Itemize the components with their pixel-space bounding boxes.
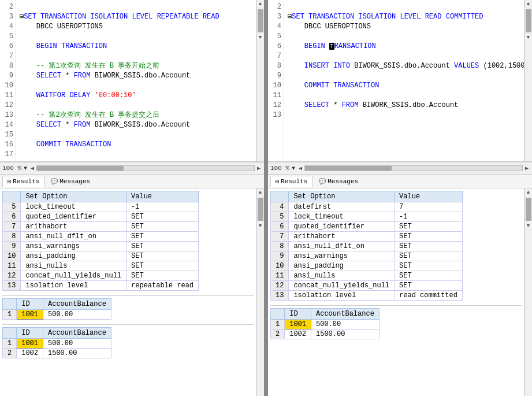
left-line-numbers: 2 3 4 5 6 7 8 9 10 11 12 13 14 15 16 17: [0, 0, 16, 161]
option-name: isolation level: [289, 291, 395, 301]
right-hscroll-thumb[interactable]: [305, 166, 392, 171]
right-hscroll-left[interactable]: ◀: [297, 165, 303, 172]
table-row: 13isolation levelrepeatable read: [3, 281, 199, 291]
option-value: SET: [127, 212, 199, 222]
row-num: 12: [271, 281, 289, 291]
right-pane: 2 3 4 5 6 7 8 9 10 11 12 13 ⊟SET TRANSAC…: [268, 0, 532, 396]
table-row: 2 1002 1500.00: [3, 349, 111, 358]
right-dt1-bal-header: AccountBalance: [311, 309, 380, 320]
left-code-vscroll-down[interactable]: ▼: [259, 34, 262, 42]
right-messages-label: Messages: [328, 178, 358, 185]
option-name: ansi_null_dflt_on: [289, 242, 395, 251]
bal-cell: 500.00: [43, 339, 111, 349]
row-num: 9: [271, 251, 289, 261]
left-results-vscrollbar[interactable]: ▲ ▼: [256, 188, 264, 396]
row-num: 8: [3, 232, 21, 242]
id-cell: 1002: [285, 330, 311, 339]
right-tab-results[interactable]: ⊞ Results: [270, 176, 312, 187]
option-name: concat_null_yields_null: [289, 281, 395, 291]
option-name: quoted_identifier: [289, 222, 395, 232]
right-code-vscrollbar[interactable]: ▲ ▼: [524, 0, 532, 161]
right-results-vscroll-down[interactable]: ▼: [527, 222, 530, 230]
left-results-vscroll-down[interactable]: ▼: [259, 222, 262, 230]
right-col-num-header: [271, 191, 289, 202]
left-hscroll-right[interactable]: ▶: [256, 165, 262, 172]
right-code-vscroll-thumb[interactable]: [526, 9, 531, 32]
option-name: isolation level: [21, 281, 127, 291]
left-hscroll-left[interactable]: ◀: [29, 165, 35, 172]
right-code-content[interactable]: ⊟SET TRANSACTION ISOLATION LEVEL READ CO…: [284, 0, 524, 161]
left-results-label: Results: [13, 178, 39, 185]
left-tab-results[interactable]: ⊞ Results: [2, 176, 44, 187]
left-col-value-header: Value: [127, 191, 199, 202]
row-num: 9: [3, 242, 21, 251]
table-row: 13isolation levelread committed: [271, 291, 463, 301]
left-code-content[interactable]: ⊟SET TRANSACTION ISOLATION LEVEL REPEATA…: [16, 0, 256, 161]
left-data-table-2: ID AccountBalance 1 1001 500.00 2: [2, 327, 111, 358]
bal-cell: 500.00: [311, 320, 380, 330]
table-row: 10ansi_paddingSET: [3, 251, 199, 261]
left-results-vscroll-thumb[interactable]: [258, 198, 263, 221]
option-name: concat_null_yields_null: [21, 271, 127, 281]
option-name: ansi_warnings: [21, 242, 127, 251]
left-hscroll-thumb[interactable]: [37, 166, 124, 171]
right-results-area: ⊞ Results 💬 Messages Set Option: [268, 175, 532, 396]
right-tab-messages[interactable]: 💬 Messages: [314, 176, 363, 187]
table-row: 6quoted_identifierSET: [3, 212, 199, 222]
left-message-icon: 💬: [51, 178, 58, 185]
left-col-num-header: [3, 191, 21, 202]
left-line-13: SELECT * FROM BIWORK_SSIS.dbo.Account: [20, 121, 190, 129]
left-tab-messages[interactable]: 💬 Messages: [46, 176, 95, 187]
option-value: SET: [127, 222, 199, 232]
right-results-vscrollbar[interactable]: ▲ ▼: [524, 188, 532, 396]
right-dt1-id-header: ID: [285, 309, 311, 320]
right-code-vscroll-down[interactable]: ▼: [527, 34, 530, 42]
option-name: ansi_null_dflt_on: [21, 232, 127, 242]
table-row: 10ansi_paddingSET: [271, 261, 463, 271]
table-row: 11ansi_nullsSET: [271, 271, 463, 281]
left-code-vscroll-thumb[interactable]: [258, 9, 263, 32]
table-row: 12concat_null_yields_nullSET: [3, 271, 199, 281]
option-name: arithabort: [289, 232, 395, 242]
row-num: 6: [3, 212, 21, 222]
right-line-9: COMMIT TRANSACTION: [288, 82, 379, 90]
left-results-content[interactable]: Set Option Value 5lock_timeout-1 6quoted…: [0, 188, 256, 396]
row-num: 7: [3, 222, 21, 232]
right-col-setoption-header: Set Option: [289, 191, 395, 202]
option-value: SET: [127, 251, 199, 261]
left-separator-2: [2, 324, 254, 325]
left-code-vscroll-up[interactable]: ▲: [259, 0, 262, 8]
option-name: ansi_warnings: [289, 251, 395, 261]
option-name: ansi_nulls: [21, 261, 127, 271]
table-row: 5lock_timeout-1: [271, 212, 463, 222]
option-value: SET: [395, 242, 463, 251]
right-options-table: Set Option Value 4datefirst7 5lock_timeo…: [270, 191, 463, 301]
left-results-with-scroll: Set Option Value 5lock_timeout-1 6quoted…: [0, 188, 264, 396]
table-row: 8ansi_null_dflt_onSET: [3, 232, 199, 242]
left-line-15: COMMIT TRANSACTION: [20, 140, 111, 149]
table-row: 1 1001 500.00: [3, 339, 111, 349]
right-code-scroll: ⊟SET TRANSACTION ISOLATION LEVEL READ CO…: [284, 0, 532, 161]
left-data-table-1: ID AccountBalance 1 1001 500.00: [2, 298, 111, 320]
left-hscroll-track[interactable]: [36, 165, 255, 171]
row-num: 4: [271, 202, 289, 212]
row-num: 12: [3, 271, 21, 281]
right-hscroll-right[interactable]: ▶: [524, 165, 530, 172]
right-results-vscroll-up[interactable]: ▲: [527, 188, 530, 197]
left-results-area: ⊞ Results 💬 Messages Set Option: [0, 175, 264, 396]
left-results-vscroll-up[interactable]: ▲: [259, 188, 262, 197]
table-row: 12concat_null_yields_nullSET: [271, 281, 463, 291]
right-separator-1: [270, 305, 522, 306]
right-results-vscroll-thumb[interactable]: [526, 198, 531, 221]
option-value: SET: [395, 251, 463, 261]
table-row: 5lock_timeout-1: [3, 202, 199, 212]
option-value: 7: [395, 202, 463, 212]
right-code-vscroll-up[interactable]: ▲: [527, 0, 530, 8]
right-zoom-arrow[interactable]: ▼: [292, 165, 295, 172]
right-results-content[interactable]: Set Option Value 4datefirst7 5lock_timeo…: [268, 188, 524, 396]
left-col-setoption-header: Set Option: [21, 191, 127, 202]
left-code-vscrollbar[interactable]: ▲ ▼: [256, 0, 264, 161]
right-hscroll-track[interactable]: [304, 165, 523, 171]
left-zoom-arrow[interactable]: ▼: [24, 165, 27, 172]
left-code-scroll: ⊟SET TRANSACTION ISOLATION LEVEL REPEATA…: [16, 0, 264, 161]
